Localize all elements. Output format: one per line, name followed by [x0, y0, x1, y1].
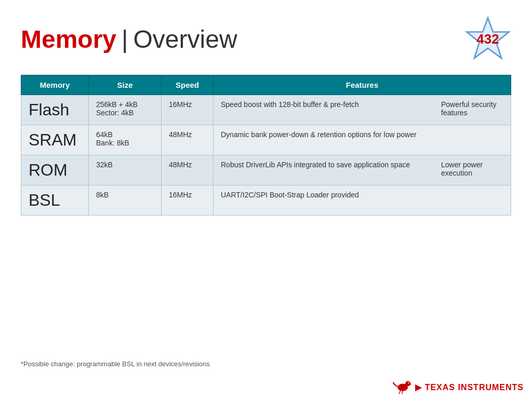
memory-table: Memory Size Speed Features Flash256kB + …: [21, 75, 511, 216]
cell-speed-1: 48MHz: [162, 125, 214, 155]
cell-size-2: 32kB: [89, 155, 162, 185]
cell-size-1: 64kBBank: 8kB: [89, 125, 162, 155]
cell-speed-0: 16MHz: [162, 95, 214, 125]
cell-size-3: 8kB: [89, 185, 162, 216]
cell-features-2: Robust DriverLib APIs integrated to save…: [214, 155, 511, 185]
svg-marker-3: [410, 383, 411, 385]
header: Memory | Overview 432: [21, 16, 511, 62]
table-row: BSL8kB16MHzUART/I2C/SPI Boot-Strap Loade…: [21, 185, 511, 216]
col-header-features: Features: [214, 75, 511, 95]
ti-footer: ▶ Texas Instruments: [384, 375, 532, 399]
title-memory: Memory: [21, 25, 116, 54]
cell-speed-2: 48MHz: [162, 155, 214, 185]
table-row: ROM32kB48MHzRobust DriverLib APIs integr…: [21, 155, 511, 185]
features-side-2: Lower power execution: [441, 161, 503, 177]
ti-brand-label: ▶ Texas Instruments: [415, 383, 524, 392]
cell-speed-3: 16MHz: [162, 185, 214, 216]
ti-logo-icon: [392, 379, 411, 395]
table-row: Flash256kB + 4kBSector: 4kB16MHzSpeed bo…: [21, 95, 511, 125]
badge-number: 432: [476, 31, 499, 47]
title-separator: |: [122, 25, 128, 54]
footnote: *Possible change: programmable BSL in ne…: [21, 360, 210, 368]
cell-memory-0: Flash: [21, 95, 89, 125]
star-badge: 432: [464, 16, 511, 62]
svg-point-4: [408, 382, 409, 383]
svg-line-5: [399, 390, 401, 394]
table-header-row: Memory Size Speed Features: [21, 75, 511, 95]
page-container: Memory | Overview 432 Memory Size Speed …: [0, 0, 532, 399]
col-header-memory: Memory: [21, 75, 89, 95]
table-row: SRAM64kBBank: 8kB48MHzDynamic bank power…: [21, 125, 511, 155]
features-side-0: Powerful security features: [441, 100, 503, 117]
cell-features-1: Dynamic bank power-down & retention opti…: [214, 125, 511, 155]
cell-features-3: UART/I2C/SPI Boot-Strap Loader provided: [214, 185, 511, 216]
cell-memory-1: SRAM: [21, 125, 89, 155]
ti-brand-text: ▶ Texas Instruments: [415, 382, 524, 392]
features-main-0: Speed boost with 128-bit buffer & pre-fe…: [221, 100, 441, 117]
col-header-speed: Speed: [162, 75, 214, 95]
title-overview: Overview: [134, 25, 237, 54]
title-area: Memory | Overview: [21, 25, 237, 54]
features-main-2: Robust DriverLib APIs integrated to save…: [221, 161, 441, 177]
cell-size-0: 256kB + 4kBSector: 4kB: [89, 95, 162, 125]
cell-memory-3: BSL: [21, 185, 89, 216]
cell-features-0: Speed boost with 128-bit buffer & pre-fe…: [214, 95, 511, 125]
cell-memory-2: ROM: [21, 155, 89, 185]
col-header-size: Size: [89, 75, 162, 95]
